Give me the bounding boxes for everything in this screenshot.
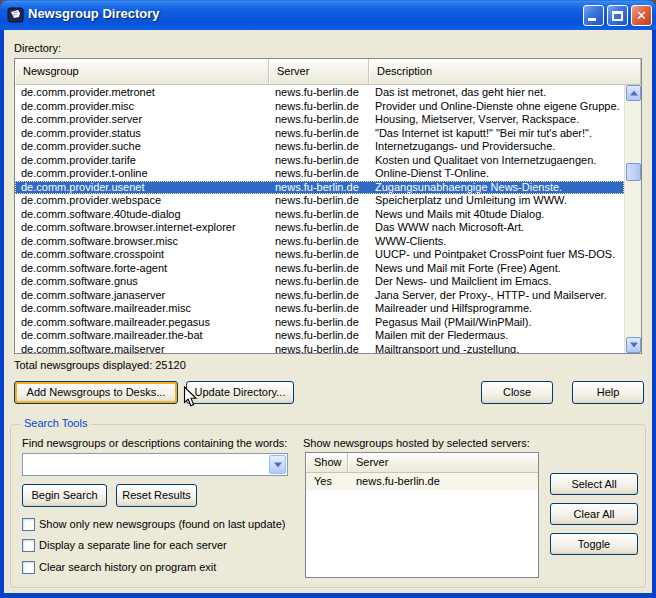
app-icon — [7, 6, 25, 24]
cell-server: news.fu-berlin.de — [269, 235, 369, 249]
checkbox-icon[interactable] — [22, 518, 35, 531]
search-input[interactable] — [25, 456, 265, 473]
table-row[interactable]: de.comm.provider.servernews.fu-berlin.de… — [15, 113, 624, 127]
cell-description: News und Mails mit 40tude Dialog. — [369, 208, 624, 222]
toggle-button[interactable]: Toggle — [550, 533, 638, 555]
table-row[interactable]: de.comm.provider.suchenews.fu-berlin.deI… — [15, 140, 624, 154]
server-row[interactable]: Yesnews.fu-berlin.de — [306, 473, 538, 490]
cell-newsgroup: de.comm.software.mailreader.the-bat — [15, 329, 269, 343]
cell-description: Mailen mit der Fledermaus. — [369, 329, 624, 343]
checkbox-row-clear-history[interactable]: Clear search history on program exit — [22, 560, 216, 574]
close-button[interactable]: Close — [481, 381, 553, 404]
cell-description: WWW-Clients. — [369, 235, 624, 249]
titlebar[interactable]: Newsgroup Directory ✕ — [0, 0, 656, 30]
table-row[interactable]: de.comm.provider.metronetnews.fu-berlin.… — [15, 86, 624, 100]
begin-search-button[interactable]: Begin Search — [22, 484, 107, 507]
table-row[interactable]: de.comm.provider.tarifenews.fu-berlin.de… — [15, 154, 624, 168]
update-directory-button[interactable]: Update Directory... — [186, 381, 294, 404]
table-row[interactable]: de.comm.software.mailreader.pegasusnews.… — [15, 316, 624, 330]
cell-newsgroup: de.comm.provider.status — [15, 127, 269, 141]
table-row[interactable]: de.comm.software.mailservernews.fu-berli… — [15, 343, 624, 354]
server-list-header: Show Server — [306, 453, 538, 473]
table-row[interactable]: de.comm.provider.statusnews.fu-berlin.de… — [15, 127, 624, 141]
table-row[interactable]: de.comm.software.mailreader.miscnews.fu-… — [15, 302, 624, 316]
cell-description: UUCP- und Pointpaket CrossPoint fuer MS-… — [369, 248, 624, 262]
cell-server: news.fu-berlin.de — [269, 316, 369, 330]
table-row[interactable]: de.comm.software.forte-agentnews.fu-berl… — [15, 262, 624, 276]
table-row[interactable]: de.comm.software.mailreader.the-batnews.… — [15, 329, 624, 343]
cell-newsgroup: de.comm.provider.t-online — [15, 167, 269, 181]
column-header-server[interactable]: Server — [269, 59, 369, 84]
cell-newsgroup: de.comm.software.gnus — [15, 275, 269, 289]
cell-description: Mailtransport und -zustellung. — [369, 343, 624, 354]
table-row[interactable]: de.comm.software.gnusnews.fu-berlin.deDe… — [15, 275, 624, 289]
column-header-description[interactable]: Description — [369, 59, 641, 84]
cell-newsgroup: de.comm.provider.suche — [15, 140, 269, 154]
maximize-button[interactable] — [607, 5, 628, 26]
table-row[interactable]: de.comm.provider.usenetnews.fu-berlin.de… — [15, 181, 624, 195]
find-words-label: Find newsgroups or descriptions containi… — [22, 437, 287, 449]
cell-server: news.fu-berlin.de — [269, 127, 369, 141]
cell-description: Provider und Online-Dienste ohne eigene … — [369, 100, 624, 114]
table-row[interactable]: de.comm.provider.webspacenews.fu-berlin.… — [15, 194, 624, 208]
cell-description: Mailreader und Hilfsprogramme. — [369, 302, 624, 316]
cell-server: news.fu-berlin.de — [269, 289, 369, 303]
cell-newsgroup: de.comm.software.40tude-dialog — [15, 208, 269, 222]
cell-newsgroup: de.comm.software.browser.misc — [15, 235, 269, 249]
table-row[interactable]: de.comm.software.40tude-dialognews.fu-be… — [15, 208, 624, 222]
minimize-button[interactable] — [583, 5, 604, 26]
reset-results-button[interactable]: Reset Results — [116, 484, 197, 507]
cell-server: news.fu-berlin.de — [269, 208, 369, 222]
cell-newsgroup: de.comm.software.mailreader.misc — [15, 302, 269, 316]
scroll-down-button[interactable] — [626, 337, 641, 353]
cell-newsgroup: de.comm.software.forte-agent — [15, 262, 269, 276]
cell-newsgroup: de.comm.software.janaserver — [15, 289, 269, 303]
table-row[interactable]: de.comm.software.janaservernews.fu-berli… — [15, 289, 624, 303]
cell-description: Housing, Mietserver, Vserver, Rackspace. — [369, 113, 624, 127]
checkbox-label: Clear search history on program exit — [39, 561, 216, 573]
maximize-icon — [612, 11, 623, 21]
newsgroup-listview[interactable]: Newsgroup Server Description de.comm.pro… — [14, 58, 642, 354]
table-row[interactable]: de.comm.provider.t-onlinenews.fu-berlin.… — [15, 167, 624, 181]
checkbox-icon[interactable] — [22, 539, 35, 552]
clear-all-button[interactable]: Clear All — [550, 503, 638, 525]
column-header-show[interactable]: Show — [306, 453, 348, 472]
vertical-scrollbar[interactable] — [624, 85, 641, 353]
chevron-down-icon — [630, 343, 638, 348]
search-combobox[interactable] — [22, 453, 288, 476]
scroll-up-button[interactable] — [626, 85, 641, 101]
select-all-button[interactable]: Select All — [550, 473, 638, 495]
cell-server: news.fu-berlin.de — [269, 154, 369, 168]
cell-server: news.fu-berlin.de — [269, 140, 369, 154]
cell-description: Kosten und Qualitaet von Internetzugaeng… — [369, 154, 624, 168]
server-listview[interactable]: Show Server Yesnews.fu-berlin.de — [305, 452, 539, 578]
cell-server: news.fu-berlin.de — [269, 302, 369, 316]
table-row[interactable]: de.comm.provider.miscnews.fu-berlin.dePr… — [15, 100, 624, 114]
cell-description: Zugangsunabhaengige News-Dienste. — [369, 181, 624, 195]
cell-server: news.fu-berlin.de — [269, 100, 369, 114]
add-newsgroups-button[interactable]: Add Newsgroups to Desks... — [14, 381, 178, 404]
directory-rows: de.comm.provider.metronetnews.fu-berlin.… — [15, 85, 624, 353]
cell-newsgroup: de.comm.software.browser.internet-explor… — [15, 221, 269, 235]
checkbox-row-new-newsgroups[interactable]: Show only new newsgroups (found on last … — [22, 517, 285, 531]
chevron-down-icon — [274, 462, 282, 467]
table-row[interactable]: de.comm.software.browser.miscnews.fu-ber… — [15, 235, 624, 249]
server-rows: Yesnews.fu-berlin.de — [306, 473, 538, 577]
help-button[interactable]: Help — [572, 381, 644, 404]
scrollbar-thumb[interactable] — [626, 163, 641, 181]
cell-newsgroup: de.comm.provider.server — [15, 113, 269, 127]
column-header-server[interactable]: Server — [348, 453, 538, 472]
table-row[interactable]: de.comm.software.crosspointnews.fu-berli… — [15, 248, 624, 262]
checkbox-row-separate-line[interactable]: Display a separate line for each server — [22, 538, 227, 552]
listview-header: Newsgroup Server Description — [15, 59, 641, 85]
cell-newsgroup: de.comm.provider.tarife — [15, 154, 269, 168]
column-header-newsgroup[interactable]: Newsgroup — [15, 59, 269, 84]
cell-server: news.fu-berlin.de — [269, 86, 369, 100]
combo-dropdown-button[interactable] — [269, 455, 286, 474]
cell-show: Yes — [306, 473, 348, 490]
table-row[interactable]: de.comm.software.browser.internet-explor… — [15, 221, 624, 235]
checkbox-icon[interactable] — [22, 561, 35, 574]
cell-description: Online-Dienst T-Online. — [369, 167, 624, 181]
mouse-cursor-icon — [183, 386, 199, 408]
close-window-button[interactable]: ✕ — [631, 5, 652, 26]
